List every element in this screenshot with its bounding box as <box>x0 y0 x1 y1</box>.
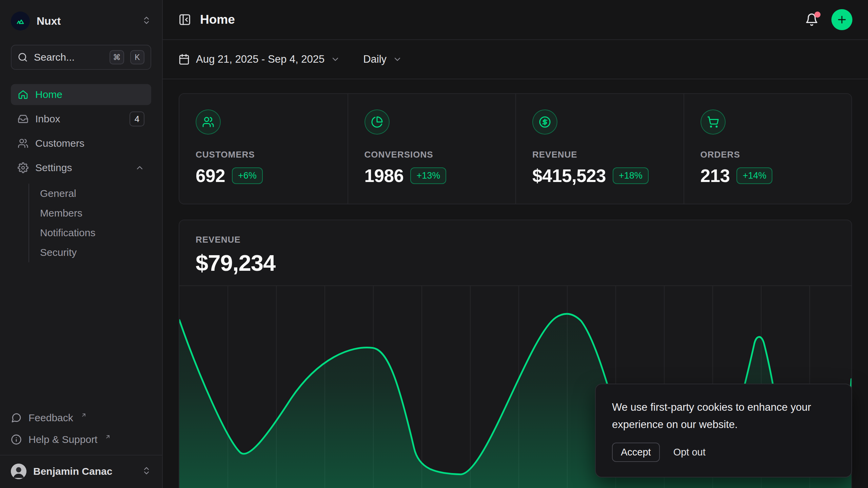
kbd-k: K <box>130 50 144 64</box>
help-support-label: Help & Support <box>28 434 97 445</box>
sidebar-item-general[interactable]: General <box>40 184 151 203</box>
calendar-icon <box>178 54 190 65</box>
sidebar-item-label: Settings <box>35 162 72 174</box>
sidebar-item-label: Customers <box>35 138 84 149</box>
users-icon <box>196 109 221 135</box>
external-link-icon <box>81 409 87 421</box>
chevron-down-icon <box>393 55 402 64</box>
sidebar-item-label: Home <box>35 89 62 100</box>
user-section: Benjamin Canac <box>0 455 162 488</box>
sidebar-item-notifications[interactable]: Notifications <box>40 223 151 243</box>
stat-delta-badge: +14% <box>736 167 772 184</box>
search-icon <box>18 52 28 62</box>
stat-delta-badge: +6% <box>232 167 263 184</box>
stat-value: 213 <box>701 165 730 186</box>
stat-value: 1986 <box>364 165 404 186</box>
workspace-name: Nuxt <box>37 15 135 27</box>
sidebar-item-security[interactable]: Security <box>40 243 151 262</box>
info-circle-icon <box>11 434 22 445</box>
user-menu[interactable]: Benjamin Canac <box>11 461 151 482</box>
stat-label: CONVERSIONS <box>364 149 499 160</box>
dollar-circle-icon <box>532 109 557 135</box>
opt-out-button[interactable]: Opt out <box>673 447 706 458</box>
avatar <box>11 464 26 479</box>
stat-delta-badge: +18% <box>613 167 649 184</box>
topbar: Home <box>163 0 868 40</box>
stat-label: ORDERS <box>701 149 835 160</box>
granularity-select[interactable]: Daily <box>363 53 402 65</box>
notifications-button[interactable] <box>805 13 818 26</box>
revenue-chart-label: REVENUE <box>196 235 835 245</box>
stat-delta-badge: +13% <box>410 167 446 184</box>
stat-value: 692 <box>196 165 225 186</box>
nuxt-logo-icon <box>11 12 30 30</box>
sidebar-footer: Feedback Help & Support <box>11 408 151 455</box>
stats-row: CUSTOMERS 692 +6% CONVERSIONS 1986 +13% <box>179 93 852 204</box>
sidebar: Nuxt Search... ⌘ K Home <box>0 0 163 488</box>
message-circle-icon <box>11 412 22 423</box>
main-area: Home Aug 21, 2025 - Sep 4, 2025 <box>163 0 868 488</box>
feedback-link[interactable]: Feedback <box>11 408 151 428</box>
revenue-chart-value: $79,234 <box>196 250 835 276</box>
stat-orders[interactable]: ORDERS 213 +14% <box>684 94 852 204</box>
cookie-message: We use first-party cookies to enhance yo… <box>612 399 835 433</box>
gear-icon <box>18 162 28 173</box>
users-icon <box>18 138 28 149</box>
sidebar-item-settings[interactable]: Settings <box>11 157 151 178</box>
search-input[interactable]: Search... ⌘ K <box>11 45 151 70</box>
pie-chart-icon <box>364 109 390 135</box>
settings-subnav: General Members Notifications Security <box>28 184 151 262</box>
date-range-picker[interactable]: Aug 21, 2025 - Sep 4, 2025 <box>178 53 340 65</box>
feedback-label: Feedback <box>28 412 73 424</box>
collapse-sidebar-button[interactable] <box>178 13 191 26</box>
stat-customers[interactable]: CUSTOMERS 692 +6% <box>179 94 348 204</box>
inbox-icon <box>18 114 28 124</box>
granularity-value: Daily <box>363 53 387 65</box>
kbd-cmd: ⌘ <box>110 50 124 64</box>
sidebar-item-label: Inbox <box>35 113 60 125</box>
chevrons-up-down-icon <box>142 466 151 477</box>
stat-revenue[interactable]: REVENUE $415,523 +18% <box>515 94 684 204</box>
filter-bar: Aug 21, 2025 - Sep 4, 2025 Daily <box>163 40 868 79</box>
stat-value: $415,523 <box>532 165 606 186</box>
sidebar-item-inbox[interactable]: Inbox 4 <box>11 108 151 129</box>
cookie-banner: We use first-party cookies to enhance yo… <box>595 384 852 477</box>
stat-label: REVENUE <box>532 149 667 160</box>
sidebar-item-customers[interactable]: Customers <box>11 133 151 154</box>
date-range-value: Aug 21, 2025 - Sep 4, 2025 <box>196 53 324 65</box>
page-title: Home <box>200 13 235 27</box>
external-link-icon <box>105 431 111 442</box>
stat-conversions[interactable]: CONVERSIONS 1986 +13% <box>348 94 516 204</box>
workspace-switcher[interactable]: Nuxt <box>11 10 151 32</box>
sidebar-item-home[interactable]: Home <box>11 84 151 105</box>
house-icon <box>18 89 28 100</box>
inbox-count-badge: 4 <box>130 111 144 126</box>
stat-label: CUSTOMERS <box>196 149 331 160</box>
unread-notification-dot <box>814 12 821 18</box>
user-name: Benjamin Canac <box>33 466 135 477</box>
sidebar-item-members[interactable]: Members <box>40 203 151 223</box>
shopping-cart-icon <box>701 109 726 135</box>
chevron-up-icon <box>135 163 144 172</box>
add-button[interactable] <box>831 9 852 30</box>
help-support-link[interactable]: Help & Support <box>11 430 151 449</box>
chevron-down-icon <box>331 55 340 64</box>
chevrons-up-down-icon <box>142 16 151 26</box>
dashboard-app: Nuxt Search... ⌘ K Home <box>0 0 868 488</box>
search-placeholder: Search... <box>34 52 103 63</box>
accept-cookies-button[interactable]: Accept <box>612 443 660 462</box>
sidebar-nav: Home Inbox 4 Customers Setting <box>11 84 151 262</box>
